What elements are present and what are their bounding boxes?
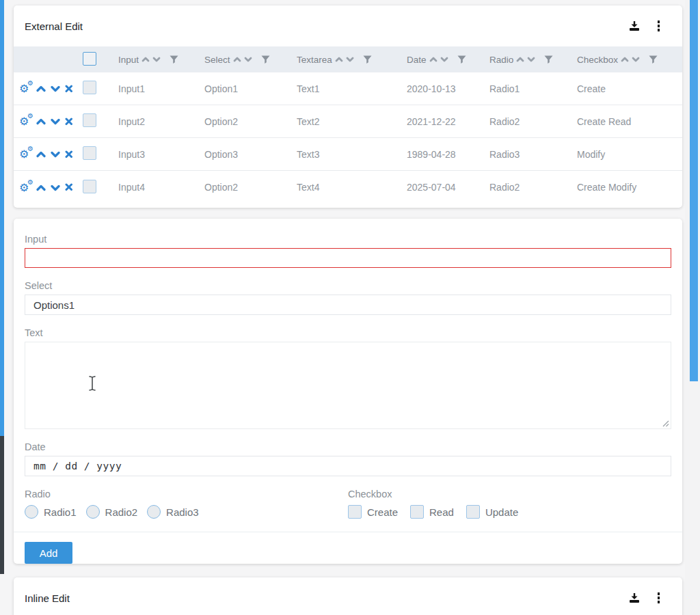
date-label: Date <box>25 441 671 453</box>
external-edit-card-header: External Edit <box>14 5 682 46</box>
cell-radio: Radio2 <box>489 182 577 193</box>
row-move-up-icon[interactable] <box>36 85 46 92</box>
kebab-menu-icon[interactable] <box>656 19 662 33</box>
inline-edit-card: Inline Edit <box>14 577 682 615</box>
cell-date: 2020-10-13 <box>407 83 489 94</box>
cell-checkbox: Create Read <box>577 116 682 127</box>
filter-icon[interactable] <box>649 55 658 64</box>
input-field[interactable] <box>25 248 671 268</box>
left-edge-blue-strip <box>0 0 4 436</box>
radio-option-label: Radio1 <box>44 506 77 518</box>
sort-asc-icon[interactable] <box>335 56 343 63</box>
radio-option-radio3[interactable] <box>147 505 161 519</box>
cell-checkbox: Create Modify <box>577 182 682 193</box>
table-row: ⚙⚙ Input2 Option2 Text2 2021-12-22 Radio… <box>14 105 682 138</box>
row-move-up-icon[interactable] <box>36 118 46 125</box>
radio-option-radio1[interactable] <box>25 505 38 519</box>
filter-icon[interactable] <box>363 55 372 64</box>
radio-option-label: Radio2 <box>105 506 138 518</box>
cell-select: Option2 <box>204 182 297 193</box>
card-title: Inline Edit <box>25 592 70 604</box>
vertical-scrollbar-track[interactable] <box>685 0 700 615</box>
checkbox-option-create[interactable] <box>348 505 362 519</box>
table-row: ⚙⚙ Input4 Option2 Text4 2025-07-04 Radio… <box>14 171 682 204</box>
radio-option-label: Radio3 <box>166 506 199 518</box>
text-cursor-icon <box>88 375 96 392</box>
column-header-input: Input <box>118 55 204 65</box>
filter-icon[interactable] <box>544 55 553 64</box>
sort-asc-icon[interactable] <box>233 56 241 63</box>
cell-textarea: Text1 <box>297 83 407 94</box>
sort-desc-icon[interactable] <box>527 56 535 63</box>
column-header-radio: Radio <box>489 55 577 65</box>
sort-asc-icon[interactable] <box>621 56 629 63</box>
external-edit-card: External Edit Input Select Textarea D <box>14 5 682 208</box>
sort-asc-icon[interactable] <box>429 56 438 63</box>
row-checkbox[interactable] <box>83 180 96 193</box>
row-settings-icon[interactable]: ⚙⚙ <box>19 182 31 193</box>
cell-date: 2025-07-04 <box>407 182 489 193</box>
sort-desc-icon[interactable] <box>152 56 161 63</box>
select-all-checkbox[interactable] <box>83 52 96 66</box>
filter-icon[interactable] <box>261 55 270 64</box>
checkbox-option-label: Update <box>485 506 518 518</box>
cell-select: Option3 <box>204 149 297 160</box>
column-header-select: Select <box>204 55 297 65</box>
column-header-textarea: Textarea <box>297 55 407 65</box>
row-delete-icon[interactable] <box>65 85 73 93</box>
table-header-row: Input Select Textarea Date Radio <box>14 46 682 72</box>
row-checkbox[interactable] <box>83 113 96 127</box>
row-settings-icon[interactable]: ⚙⚙ <box>19 148 31 160</box>
row-settings-icon[interactable]: ⚙⚙ <box>19 115 31 127</box>
filter-icon[interactable] <box>457 55 466 64</box>
row-move-down-icon[interactable] <box>51 150 60 158</box>
checkbox-option-update[interactable] <box>466 505 480 519</box>
row-move-up-icon[interactable] <box>36 150 46 158</box>
resize-handle-icon[interactable] <box>662 420 669 427</box>
cell-radio: Radio2 <box>489 116 577 127</box>
checkbox-option-read[interactable] <box>410 505 424 519</box>
sort-asc-icon[interactable] <box>142 56 150 63</box>
row-delete-icon[interactable] <box>65 118 73 126</box>
row-move-up-icon[interactable] <box>36 184 46 191</box>
inline-edit-card-header: Inline Edit <box>14 577 682 615</box>
cell-radio: Radio3 <box>489 149 577 160</box>
cell-input: Input2 <box>118 116 204 127</box>
kebab-menu-icon[interactable] <box>656 591 662 605</box>
download-icon[interactable] <box>629 20 640 31</box>
column-header-date: Date <box>407 55 489 65</box>
cell-input: Input1 <box>118 83 204 94</box>
sort-desc-icon[interactable] <box>346 56 354 63</box>
row-checkbox[interactable] <box>83 81 96 94</box>
checkbox-option-label: Read <box>429 506 454 518</box>
filter-icon[interactable] <box>170 55 178 64</box>
row-checkbox[interactable] <box>83 146 96 160</box>
select-field[interactable]: Options1 <box>25 295 671 315</box>
text-area-field[interactable] <box>25 342 671 429</box>
cell-checkbox: Modify <box>577 149 682 160</box>
date-field[interactable]: mm / dd / yyyy <box>25 456 671 476</box>
radio-group-label: Radio <box>25 488 348 500</box>
sort-desc-icon[interactable] <box>440 56 448 63</box>
row-settings-icon[interactable]: ⚙⚙ <box>19 83 31 94</box>
vertical-scrollbar-thumb[interactable] <box>690 0 698 381</box>
download-icon[interactable] <box>629 592 640 603</box>
text-label: Text <box>25 327 671 339</box>
add-form-card: Input Select Options1 Text Date mm / dd … <box>14 219 682 564</box>
sort-asc-icon[interactable] <box>516 56 524 63</box>
row-delete-icon[interactable] <box>65 183 73 191</box>
add-button[interactable]: Add <box>25 542 72 564</box>
sort-desc-icon[interactable] <box>244 56 252 63</box>
radio-option-radio2[interactable] <box>86 505 100 519</box>
row-move-down-icon[interactable] <box>51 85 60 92</box>
cell-textarea: Text2 <box>297 116 407 127</box>
column-header-checkbox: Checkbox <box>577 55 682 65</box>
row-move-down-icon[interactable] <box>51 184 60 191</box>
row-move-down-icon[interactable] <box>51 118 60 125</box>
cell-date: 2021-12-22 <box>407 116 489 127</box>
cell-textarea: Text4 <box>297 182 407 193</box>
row-delete-icon[interactable] <box>65 150 73 159</box>
sort-desc-icon[interactable] <box>632 56 640 63</box>
cell-date: 1989-04-28 <box>407 149 489 160</box>
table-row: ⚙⚙ Input1 Option1 Text1 2020-10-13 Radio… <box>14 72 682 105</box>
